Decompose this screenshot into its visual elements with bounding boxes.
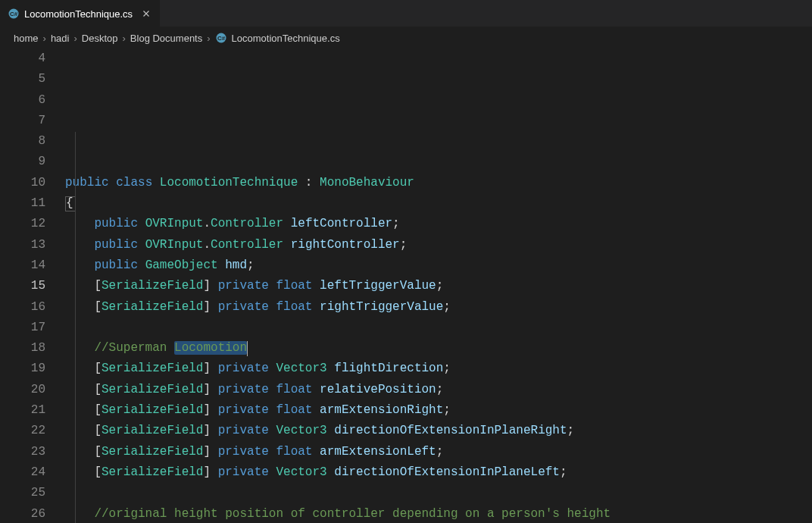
line-number: 20 [0, 380, 45, 400]
csharp-icon: C# [8, 8, 20, 20]
code-line[interactable]: [SerializeField] private float armExtens… [65, 442, 812, 462]
line-number: 19 [0, 359, 45, 379]
code-line[interactable] [65, 131, 812, 152]
breadcrumb-item[interactable]: Blog Documents [130, 33, 202, 44]
line-number: 24 [0, 462, 45, 483]
tab-active[interactable]: C# LocomotionTechnique.cs [0, 0, 160, 27]
chevron-right-icon: › [207, 33, 210, 44]
line-number: 16 [0, 297, 45, 318]
line-number: 18 [0, 338, 45, 359]
line-number: 22 [0, 421, 45, 441]
line-number: 9 [0, 152, 45, 172]
line-number: 11 [0, 193, 45, 214]
code-area[interactable]: public class LocomotionTechnique : MonoB… [65, 49, 812, 523]
line-number: 6 [0, 90, 45, 111]
code-line[interactable]: //original height position of controller… [65, 504, 812, 523]
line-number: 5 [0, 69, 45, 89]
code-line[interactable] [65, 152, 812, 172]
chevron-right-icon: › [43, 33, 46, 44]
code-line[interactable]: public OVRInput.Controller leftControlle… [65, 214, 812, 234]
line-number: 12 [0, 214, 45, 234]
line-number: 14 [0, 255, 45, 276]
line-number: 23 [0, 442, 45, 462]
code-editor[interactable]: 4567891011121314151617181920212223242526… [0, 49, 812, 523]
close-tab-icon[interactable] [140, 8, 152, 20]
code-line[interactable]: [SerializeField] private float relativeP… [65, 380, 812, 400]
csharp-icon: C# [215, 32, 227, 44]
code-line[interactable]: public GameObject hmd; [65, 255, 812, 276]
line-number: 15 [0, 276, 45, 296]
line-number: 7 [0, 111, 45, 131]
code-line[interactable] [65, 483, 812, 503]
line-number: 13 [0, 235, 45, 255]
code-line[interactable]: //Superman Locomotion [65, 338, 812, 359]
code-line[interactable] [65, 318, 812, 338]
breadcrumb[interactable]: home › hadi › Desktop › Blog Documents ›… [0, 27, 812, 49]
line-number: 25 [0, 483, 45, 503]
tab-bar: C# LocomotionTechnique.cs [0, 0, 812, 27]
line-number: 4 [0, 49, 45, 69]
code-line[interactable] [65, 111, 812, 131]
breadcrumb-item[interactable]: hadi [51, 33, 70, 44]
code-line[interactable]: [SerializeField] private Vector3 flightD… [65, 359, 812, 379]
code-line[interactable]: [SerializeField] private float leftTrigg… [65, 276, 812, 296]
code-line[interactable]: public OVRInput.Controller rightControll… [65, 235, 812, 255]
line-number: 10 [0, 173, 45, 193]
chevron-right-icon: › [73, 33, 77, 44]
breadcrumb-file[interactable]: LocomotionTechnique.cs [232, 33, 340, 44]
line-number: 17 [0, 318, 45, 338]
code-line[interactable]: { [65, 193, 812, 214]
code-line[interactable]: [SerializeField] private Vector3 directi… [65, 421, 812, 441]
line-number: 8 [0, 131, 45, 152]
code-line[interactable]: [SerializeField] private float armExtens… [65, 400, 812, 421]
line-number: 26 [0, 504, 45, 523]
code-line[interactable]: public class LocomotionTechnique : MonoB… [65, 173, 812, 193]
line-number-gutter: 4567891011121314151617181920212223242526 [0, 49, 65, 523]
tab-label: LocomotionTechnique.cs [24, 8, 133, 20]
line-number: 21 [0, 400, 45, 421]
chevron-right-icon: › [123, 33, 126, 44]
breadcrumb-item[interactable]: Desktop [82, 33, 118, 44]
code-line[interactable]: [SerializeField] private Vector3 directi… [65, 462, 812, 483]
svg-text:C#: C# [217, 35, 225, 42]
breadcrumb-item[interactable]: home [14, 33, 39, 44]
svg-text:C#: C# [10, 11, 18, 17]
code-line[interactable]: [SerializeField] private float rightTrig… [65, 297, 812, 318]
